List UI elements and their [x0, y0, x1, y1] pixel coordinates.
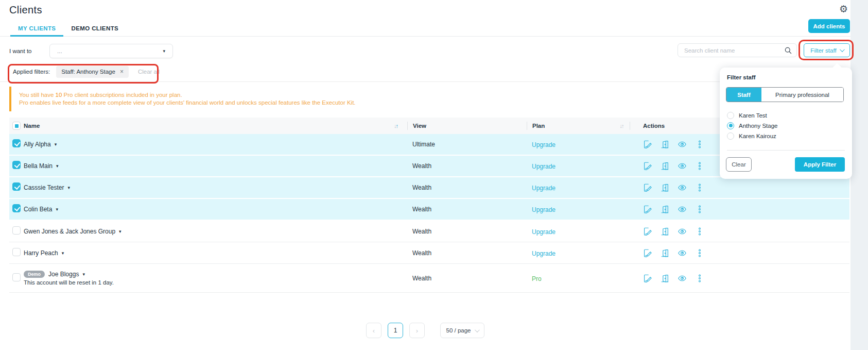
- sort-plan-icon[interactable]: ↓↑: [620, 123, 623, 129]
- sort-name-icon[interactable]: ↓↑: [394, 123, 397, 129]
- view-value: Wealth: [407, 228, 527, 235]
- client-name[interactable]: Gwen Jones & Jack Jones Group: [24, 228, 115, 235]
- view-eye-icon[interactable]: [678, 205, 687, 214]
- edit-plan-icon[interactable]: [643, 183, 652, 192]
- client-name[interactable]: Colin Beta: [24, 206, 52, 213]
- row-checkbox[interactable]: [12, 161, 21, 169]
- chevron-down-icon[interactable]: ▾: [119, 229, 121, 234]
- row-checkbox[interactable]: [12, 182, 21, 191]
- open-client-door-icon[interactable]: [660, 140, 669, 149]
- view-value: Wealth: [407, 249, 527, 257]
- i-want-to-select[interactable]: ... ▾: [49, 44, 173, 58]
- edit-plan-icon[interactable]: [643, 227, 652, 236]
- table-row[interactable]: Casssie Tester▾ Wealth Upgrade: [9, 177, 849, 199]
- row-menu-kebab-icon[interactable]: [695, 161, 704, 171]
- pagination-prev-button[interactable]: ‹: [366, 323, 381, 338]
- upgrade-link[interactable]: Upgrade: [532, 141, 555, 148]
- staff-option-anthony-stage[interactable]: Anthony Stage: [727, 121, 777, 130]
- search-box: [678, 43, 797, 57]
- chevron-down-icon[interactable]: ▾: [56, 207, 58, 212]
- view-eye-icon[interactable]: [678, 227, 687, 236]
- chevron-down-icon[interactable]: ▾: [82, 272, 85, 277]
- view-eye-icon[interactable]: [678, 183, 687, 192]
- row-menu-kebab-icon[interactable]: [695, 140, 704, 149]
- table-row[interactable]: Demo Joe Bloggs ▾ This account will be r…: [9, 264, 849, 293]
- column-header-name[interactable]: Name: [24, 122, 384, 130]
- toggle-staff[interactable]: Staff: [726, 88, 761, 102]
- chevron-down-icon[interactable]: ▾: [62, 251, 64, 256]
- page-size-select[interactable]: 50 / page: [440, 323, 484, 338]
- open-client-door-icon[interactable]: [660, 183, 669, 192]
- i-want-to-label: I want to: [9, 48, 31, 54]
- view-eye-icon[interactable]: [678, 140, 687, 149]
- row-checkbox[interactable]: [12, 204, 21, 212]
- client-name[interactable]: Harry Peach: [24, 249, 58, 257]
- filter-staff-button-label: Filter staff: [810, 47, 836, 54]
- upgrade-link[interactable]: Upgrade: [532, 206, 555, 213]
- edit-plan-icon[interactable]: [643, 205, 652, 214]
- pagination-page-1[interactable]: 1: [388, 323, 403, 338]
- tab-demo-clients[interactable]: DEMO CLIENTS: [63, 21, 126, 36]
- tab-my-clients[interactable]: MY CLIENTS: [10, 21, 63, 36]
- edit-plan-icon[interactable]: [643, 248, 652, 258]
- row-menu-kebab-icon[interactable]: [695, 205, 704, 214]
- select-all-checkbox[interactable]: [12, 122, 21, 130]
- row-menu-kebab-icon[interactable]: [695, 183, 704, 192]
- row-menu-kebab-icon[interactable]: [695, 227, 704, 236]
- remove-filter-icon[interactable]: ×: [120, 68, 124, 75]
- column-header-plan[interactable]: Plan: [527, 122, 613, 130]
- view-value: Wealth: [407, 206, 527, 213]
- edit-plan-icon[interactable]: [643, 274, 652, 283]
- open-client-door-icon[interactable]: [660, 274, 669, 283]
- upgrade-link[interactable]: Upgrade: [532, 185, 555, 192]
- table-row[interactable]: Colin Beta▾ Wealth Upgrade: [9, 199, 849, 221]
- radio-icon[interactable]: [727, 112, 734, 119]
- row-checkbox[interactable]: [12, 226, 21, 235]
- client-name[interactable]: Joe Bloggs: [48, 271, 79, 278]
- column-header-view[interactable]: View: [407, 122, 527, 130]
- demo-reset-note: This account will be reset in 1 day.: [24, 279, 384, 286]
- view-eye-icon[interactable]: [678, 248, 687, 258]
- filter-chip-text: Staff: Anthony Stage: [61, 69, 115, 75]
- clear-filter-button[interactable]: Clear: [726, 157, 752, 172]
- upgrade-link[interactable]: Upgrade: [532, 163, 555, 170]
- apply-filter-button[interactable]: Apply Filter: [795, 157, 845, 172]
- settings-gear-icon[interactable]: ⚙: [839, 4, 848, 15]
- client-name[interactable]: Ally Alpha: [24, 141, 51, 148]
- client-name[interactable]: Casssie Tester: [24, 184, 64, 191]
- row-checkbox[interactable]: [12, 273, 21, 281]
- row-checkbox[interactable]: [12, 139, 21, 147]
- upgrade-link[interactable]: Upgrade: [532, 228, 555, 236]
- staff-option-karen-test[interactable]: Karen Test: [727, 110, 777, 120]
- pagination-next-button[interactable]: ›: [409, 323, 425, 338]
- row-menu-kebab-icon[interactable]: [695, 274, 704, 283]
- row-checkbox[interactable]: [12, 248, 21, 256]
- search-input[interactable]: [684, 47, 784, 54]
- chevron-down-icon[interactable]: ▾: [56, 163, 59, 169]
- view-eye-icon[interactable]: [678, 274, 687, 283]
- clear-all-filters-link[interactable]: Clear all: [138, 69, 160, 75]
- chevron-down-icon[interactable]: ▾: [55, 142, 57, 147]
- chevron-down-icon[interactable]: ▾: [67, 185, 70, 190]
- view-eye-icon[interactable]: [678, 161, 687, 171]
- table-row[interactable]: Harry Peach▾ Wealth Upgrade: [9, 242, 849, 264]
- radio-icon[interactable]: [727, 132, 734, 140]
- panel-divider: [727, 150, 845, 151]
- open-client-door-icon[interactable]: [660, 161, 669, 171]
- table-row[interactable]: Gwen Jones & Jack Jones Group▾ Wealth Up…: [9, 221, 849, 242]
- staff-option-karen-kairouz[interactable]: Karen Kairouz: [727, 131, 777, 141]
- page-title: Clients: [9, 4, 42, 16]
- search-icon[interactable]: [784, 46, 792, 55]
- toggle-primary-professional[interactable]: Primary professional: [761, 88, 843, 102]
- radio-selected-icon[interactable]: [727, 122, 734, 129]
- upgrade-link[interactable]: Upgrade: [532, 250, 555, 257]
- client-name[interactable]: Bella Main: [24, 162, 53, 170]
- edit-plan-icon[interactable]: [643, 161, 652, 171]
- edit-plan-icon[interactable]: [643, 140, 652, 149]
- filter-chip: Staff: Anthony Stage ×: [56, 66, 129, 78]
- open-client-door-icon[interactable]: [660, 205, 669, 214]
- filter-staff-button[interactable]: Filter staff: [804, 43, 850, 57]
- open-client-door-icon[interactable]: [660, 227, 669, 236]
- open-client-door-icon[interactable]: [660, 248, 669, 258]
- row-menu-kebab-icon[interactable]: [695, 248, 704, 258]
